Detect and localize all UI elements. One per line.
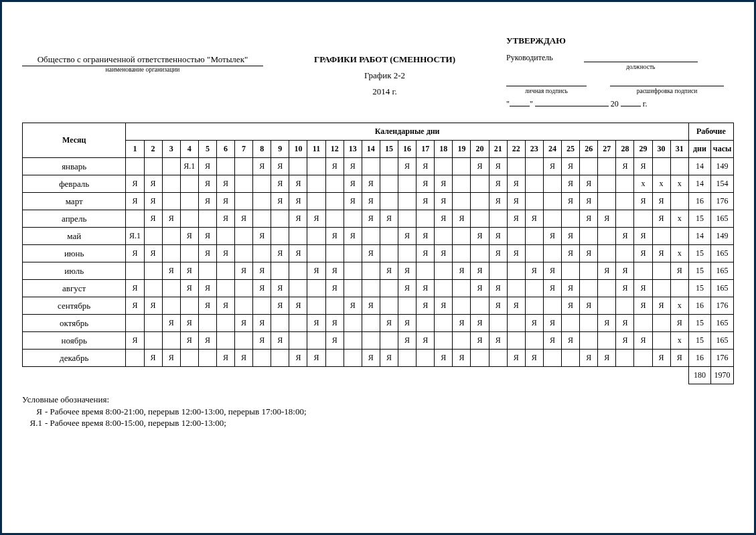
day-cell xyxy=(144,332,162,350)
day-cell xyxy=(453,280,471,297)
day-cell: Я xyxy=(507,193,525,210)
day-number-header: 9 xyxy=(271,141,289,158)
day-cell: Я xyxy=(325,158,344,175)
month-cell: май xyxy=(23,228,126,245)
day-cell: Я xyxy=(652,245,670,262)
day-cell: Я xyxy=(362,175,380,193)
day-cell: Я xyxy=(380,262,398,280)
day-cell xyxy=(435,280,453,297)
day-cell: Я xyxy=(325,280,344,297)
day-cell xyxy=(417,210,435,228)
day-cell xyxy=(543,175,561,193)
day-cell xyxy=(398,175,417,193)
day-number-header: 6 xyxy=(216,141,234,158)
day-cell xyxy=(162,245,180,262)
day-cell: Я xyxy=(435,350,453,367)
day-cell xyxy=(380,228,398,245)
day-cell xyxy=(634,315,652,332)
day-cell: Я xyxy=(398,280,417,297)
day-cell: Я xyxy=(453,350,471,367)
month-cell: февраль xyxy=(23,175,126,193)
row-days-total: 16 xyxy=(688,297,710,315)
day-number-header: 31 xyxy=(670,141,688,158)
position-line xyxy=(584,53,698,62)
day-cell: Я xyxy=(398,262,417,280)
day-cell: Я xyxy=(144,175,162,193)
day-cell xyxy=(489,315,507,332)
day-number-header: 8 xyxy=(253,141,271,158)
day-cell: Я xyxy=(562,175,580,193)
day-cell: Я xyxy=(126,193,144,210)
day-cell xyxy=(525,175,543,193)
organization-caption: наименование организации xyxy=(22,66,263,73)
day-cell xyxy=(453,297,471,315)
day-cell xyxy=(344,210,362,228)
day-cell xyxy=(162,158,180,175)
day-cell: Я xyxy=(307,262,325,280)
row-days-total: 14 xyxy=(688,158,710,175)
day-cell: Я xyxy=(216,350,234,367)
hours-sum-header: часы xyxy=(711,141,734,158)
day-cell: Я xyxy=(417,193,435,210)
day-cell: Я xyxy=(580,210,598,228)
legend-item: Я - Рабочее время 8:00-21:00, перерыв 12… xyxy=(22,406,734,418)
day-cell: Я xyxy=(144,193,162,210)
day-cell xyxy=(380,280,398,297)
day-cell xyxy=(380,193,398,210)
day-cell xyxy=(162,297,180,315)
day-cell xyxy=(453,193,471,210)
day-cell xyxy=(253,193,271,210)
row-days-total: 15 xyxy=(688,280,710,297)
day-cell xyxy=(126,210,144,228)
day-number-header: 15 xyxy=(380,141,398,158)
day-cell: Я xyxy=(271,158,289,175)
day-cell xyxy=(435,315,453,332)
day-cell: Я xyxy=(216,297,234,315)
day-cell: Я xyxy=(489,175,507,193)
table-row: мартЯЯЯЯЯЯЯЯЯЯЯЯЯЯЯЯ16176 xyxy=(23,193,734,210)
day-cell xyxy=(307,332,325,350)
day-cell xyxy=(543,193,561,210)
day-cell: Я xyxy=(180,332,198,350)
day-cell: Я xyxy=(380,315,398,332)
day-cell: Я xyxy=(325,315,344,332)
organization-block: Общество с ограниченной ответственностью… xyxy=(22,54,263,73)
day-cell: Я xyxy=(562,297,580,315)
day-cell xyxy=(362,332,380,350)
day-cell: Я xyxy=(162,315,180,332)
approve-title: УТВЕРЖДАЮ xyxy=(506,35,734,46)
table-row: февральЯЯЯЯЯЯЯЯЯЯЯЯЯЯxxx14154 xyxy=(23,175,734,193)
day-cell xyxy=(453,175,471,193)
row-hours-total: 176 xyxy=(711,193,734,210)
day-cell: Я xyxy=(562,332,580,350)
day-cell xyxy=(362,262,380,280)
table-row: августЯЯЯЯЯЯЯЯЯЯЯЯЯЯ15165 xyxy=(23,280,734,297)
day-cell: Я xyxy=(471,315,489,332)
day-cell xyxy=(235,193,253,210)
month-cell: сентябрь xyxy=(23,297,126,315)
day-cell: Я xyxy=(435,245,453,262)
day-cell: x xyxy=(634,175,652,193)
day-cell xyxy=(362,228,380,245)
day-cell xyxy=(543,245,561,262)
day-cell xyxy=(307,280,325,297)
day-cell: Я xyxy=(198,280,216,297)
decipher-line xyxy=(610,77,724,86)
table-row: октябрьЯЯЯЯЯЯЯЯЯЯЯЯЯЯЯ15165 xyxy=(23,315,734,332)
day-cell xyxy=(380,158,398,175)
month-cell: январь xyxy=(23,158,126,175)
day-cell: Я xyxy=(253,332,271,350)
signature-caption: личная подпись xyxy=(525,88,568,94)
day-cell xyxy=(362,315,380,332)
table-row: январьЯ.1ЯЯЯЯЯЯЯЯЯЯЯЯЯ14149 xyxy=(23,158,734,175)
day-cell xyxy=(216,280,234,297)
day-cell: Я xyxy=(562,228,580,245)
day-number-header: 30 xyxy=(652,141,670,158)
day-cell: Я xyxy=(489,280,507,297)
legend-title: Условные обозначения: xyxy=(22,394,734,406)
day-cell xyxy=(235,297,253,315)
day-cell xyxy=(180,350,198,367)
day-cell: Я xyxy=(525,262,543,280)
day-cell: Я xyxy=(126,245,144,262)
day-cell: Я xyxy=(417,158,435,175)
